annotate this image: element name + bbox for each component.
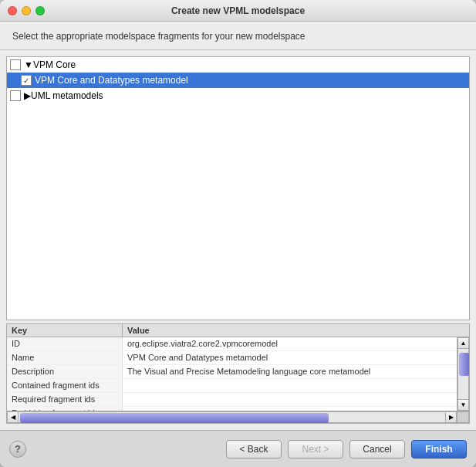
hscroll-left-btn[interactable]: ◀	[7, 411, 19, 423]
back-button[interactable]: < Back	[226, 440, 282, 459]
tree-label-vpm-core-group: ▼VPM Core	[24, 59, 76, 70]
minimize-button[interactable]	[22, 6, 31, 15]
prop-key-contained: Contained fragment ids	[7, 379, 123, 392]
help-button[interactable]: ?	[9, 441, 26, 458]
tree-item-uml-metamodels[interactable]: ▶UML metamodels	[7, 88, 469, 103]
header: Select the appropriate modelspace fragme…	[0, 22, 476, 50]
horizontal-scrollbar[interactable]: ◀ ▶	[7, 411, 469, 423]
prop-key-id: ID	[7, 337, 123, 350]
window-title: Create new VPML modelspace	[171, 5, 305, 16]
close-button[interactable]	[8, 6, 17, 15]
scrollbar-spacer	[457, 324, 469, 337]
hscroll-thumb[interactable]	[20, 413, 329, 423]
prop-value-required	[123, 393, 457, 406]
prop-value-description: The Visual and Precise Metamodeling lang…	[123, 365, 457, 378]
next-button[interactable]: Next >	[288, 440, 343, 459]
scrollbar-thumb[interactable]	[459, 353, 469, 376]
properties-body[interactable]: ID org.eclipse.viatra2.core2.vpmcoremode…	[7, 337, 457, 411]
prop-row-name: Name VPM Core and Datatypes metamodel	[7, 351, 457, 365]
header-text: Select the appropriate modelspace fragme…	[12, 31, 306, 42]
properties-panel: Key Value ID org.eclipse.viatra2.core2.v…	[6, 323, 470, 424]
scrollbar-down-btn[interactable]: ▼	[457, 399, 469, 411]
content: Select the appropriate modelspace fragme…	[0, 22, 476, 430]
prop-key-description: Description	[7, 365, 123, 378]
main-area: ▼VPM Core VPM Core and Datatypes metamod…	[0, 50, 476, 430]
prop-key-name: Name	[7, 351, 123, 364]
prop-value-id: org.eclipse.viatra2.core2.vpmcoremodel	[123, 337, 457, 350]
tree-item-vpm-core-group[interactable]: ▼VPM Core	[7, 57, 469, 73]
finish-button[interactable]: Finish	[411, 440, 467, 459]
footer: ? < Back Next > Cancel Finish	[0, 430, 476, 467]
checkbox-vpm-core-datatypes[interactable]	[21, 75, 32, 86]
title-bar: Create new VPML modelspace	[0, 0, 476, 22]
prop-value-name: VPM Core and Datatypes metamodel	[123, 351, 457, 364]
prop-row-contained: Contained fragment ids	[7, 379, 457, 393]
maximize-button[interactable]	[35, 6, 45, 15]
prop-row-required: Required fragment ids	[7, 393, 457, 407]
tree-label-uml-metamodels: ▶UML metamodels	[24, 90, 103, 101]
hscroll-corner	[457, 411, 469, 423]
footer-right: < Back Next > Cancel Finish	[226, 440, 467, 459]
hscroll-track[interactable]	[19, 411, 445, 423]
checkbox-vpm-core-group[interactable]	[10, 59, 21, 70]
scrollbar-track[interactable]	[457, 349, 469, 399]
key-column-header: Key	[7, 324, 123, 337]
prop-value-contained	[123, 379, 457, 392]
traffic-lights	[8, 6, 45, 15]
prop-row-description: Description The Visual and Precise Metam…	[7, 365, 457, 379]
tree-item-vpm-core-datatypes[interactable]: VPM Core and Datatypes metamodel	[7, 73, 469, 88]
prop-row-id: ID org.eclipse.viatra2.core2.vpmcoremode…	[7, 337, 457, 351]
vertical-scrollbar[interactable]: ▲ ▼	[457, 337, 469, 411]
properties-header: Key Value	[7, 324, 469, 337]
value-column-header: Value	[123, 324, 457, 337]
tree-panel[interactable]: ▼VPM Core VPM Core and Datatypes metamod…	[6, 56, 470, 320]
scrollbar-up-btn[interactable]: ▲	[457, 337, 469, 349]
window: Create new VPML modelspace Select the ap…	[0, 0, 476, 467]
tree-label-vpm-core-datatypes: VPM Core and Datatypes metamodel	[35, 75, 188, 86]
hscroll-right-btn[interactable]: ▶	[445, 411, 457, 423]
prop-table-header: Key Value	[7, 324, 457, 337]
checkbox-uml-metamodels[interactable]	[10, 90, 21, 101]
footer-left: ?	[9, 441, 26, 458]
prop-key-required: Required fragment ids	[7, 393, 123, 406]
cancel-button[interactable]: Cancel	[349, 440, 405, 459]
